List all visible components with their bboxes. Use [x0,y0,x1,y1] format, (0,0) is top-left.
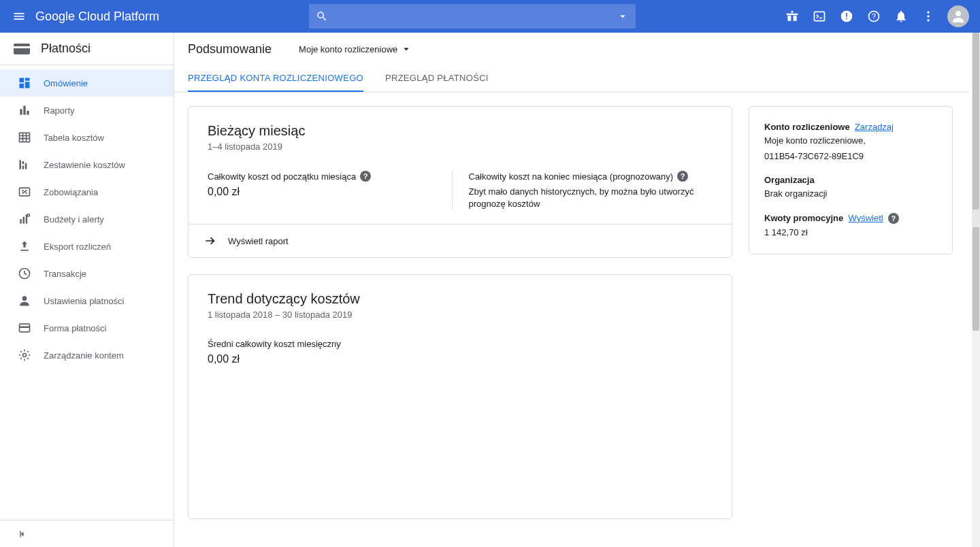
dropdown-icon [617,10,629,22]
account-picker[interactable]: Moje konto rozliczeniowe [299,43,412,55]
sidebar-item-card[interactable]: Forma płatności [0,314,174,342]
sidebar-item-label: Eksport rozliczeń [44,242,111,252]
gear-icon [16,348,33,362]
sidebar-item-label: Raporty [44,105,75,116]
promo-view-link[interactable]: Wyświetl [849,213,883,223]
organization-label: Organizacja [764,175,937,185]
bell-icon [894,10,908,23]
arrow-right-icon [203,234,217,248]
tab-0[interactable]: PRZEGLĄD KONTA ROZLICZENIOWEGO [188,65,363,92]
svg-rect-16 [20,109,22,114]
view-report-action[interactable]: Wyświetl raport [189,224,732,257]
sidebar-item-label: Forma płatności [44,323,106,333]
sidebar-item-dashboard[interactable]: Omówienie [0,69,174,97]
organization-value: Brak organizacji [764,187,937,201]
svg-rect-13 [25,78,30,81]
scrollbar-grip-icon [972,210,980,227]
sidebar-item-label: Zobowiązania [44,187,98,197]
sidebar-item-upload[interactable]: Eksport rozliczeń [0,233,174,260]
feedback-button[interactable] [833,0,860,33]
svg-point-30 [27,214,29,216]
svg-rect-18 [27,111,29,115]
sidebar-title: Płatności [41,42,91,56]
sidebar-item-label: Budżety i alerty [44,214,104,225]
help-icon[interactable]: ? [360,171,371,182]
page-scrollbar[interactable] [972,33,980,547]
sidebar-item-person[interactable]: Ustawienia płatności [0,287,174,314]
current-month-subtitle: 1–4 listopada 2019 [208,142,713,152]
sidebar-item-label: Zarządzanie kontem [44,350,124,361]
svg-point-26 [25,192,27,194]
sidebar-item-budget[interactable]: Budżety i alerty [0,205,174,233]
svg-rect-28 [23,217,25,224]
svg-point-36 [23,354,27,357]
person-icon [16,294,33,308]
account-picker-label: Moje konto rozliczeniowe [299,44,397,54]
svg-rect-3 [846,18,847,20]
svg-rect-23 [25,163,27,169]
svg-rect-19 [20,133,30,142]
more-vert-icon [921,10,935,23]
help-button[interactable]: ? [860,0,887,33]
percent-icon [16,185,33,199]
sidebar-item-gear[interactable]: Zarządzanie kontem [0,342,174,369]
svg-rect-12 [20,78,24,83]
sidebar-item-breakdown[interactable]: Zestawienie kosztów [0,151,174,178]
search-box[interactable] [309,4,636,29]
upload-icon [16,239,33,253]
sidebar-item-label: Transakcje [44,269,86,279]
cost-trend-title: Trend dotyczący kosztów [208,291,713,307]
forecast-cost-label: Całkowity koszt na koniec miesiąca (prog… [469,171,674,182]
svg-rect-37 [20,531,21,537]
sidebar-item-label: Omówienie [44,78,88,88]
current-month-card: Bieżący miesiąc 1–4 listopada 2019 Całko… [188,106,732,258]
gift-icon [785,10,799,23]
card-icon [16,321,33,335]
manage-link[interactable]: Zarządzaj [855,122,894,132]
svg-rect-11 [14,46,30,48]
svg-point-33 [22,296,27,301]
menu-button[interactable] [5,0,33,33]
sidebar-item-bar-chart[interactable]: Raporty [0,97,174,124]
collapse-sidebar[interactable] [0,520,174,547]
breakdown-icon [16,158,33,171]
mtd-cost-value: 0,00 zł [208,186,436,198]
view-report-label: Wyświetl raport [228,236,289,246]
sidebar-item-percent[interactable]: Zobowiązania [0,178,174,205]
promo-label: Kwoty promocyjne [764,213,843,223]
help-icon[interactable]: ? [888,213,899,224]
page-title: Podsumowanie [188,42,272,56]
main-content: Podsumowanie Moje konto rozliczeniowe PR… [174,33,980,547]
mtd-cost-label: Całkowity koszt od początku miesiąca [208,171,356,182]
bar-chart-icon [16,103,33,117]
svg-rect-20 [20,160,22,169]
page-header: Podsumowanie Moje konto rozliczeniowe [174,33,969,65]
sidebar-item-label: Tabela kosztów [44,133,104,143]
more-button[interactable] [915,0,942,33]
sidebar-item-label: Ustawienia płatności [44,296,125,306]
terminal-icon [813,10,826,23]
hamburger-icon [12,10,26,23]
svg-rect-2 [846,13,847,17]
avg-monthly-cost-value: 0,00 zł [208,353,713,365]
notifications-button[interactable] [887,0,915,33]
caret-down-icon [400,43,412,55]
svg-rect-31 [20,250,29,251]
billing-account-id: 011B54-73C672-89E1C9 [764,150,937,163]
table-icon [16,131,33,144]
sidebar-item-clock[interactable]: Transakcje [0,260,174,287]
svg-rect-21 [22,161,24,164]
free-trial-button[interactable] [779,0,806,33]
sidebar-item-table[interactable]: Tabela kosztów [0,124,174,151]
svg-rect-35 [20,327,30,329]
sidebar-item-label: Zestawienie kosztów [44,160,125,170]
tab-1[interactable]: PRZEGLĄD PŁATNOŚCI [385,65,489,92]
search-icon [316,10,328,22]
account-info-card: Konto rozliczeniowe Zarządzaj Moje konto… [749,106,953,254]
svg-point-9 [956,11,961,16]
account-avatar[interactable] [947,5,969,27]
billing-account-label: Konto rozliczeniowe [764,122,850,132]
help-icon[interactable]: ? [677,171,688,182]
cloud-shell-button[interactable] [806,0,833,33]
billing-icon [14,42,30,56]
